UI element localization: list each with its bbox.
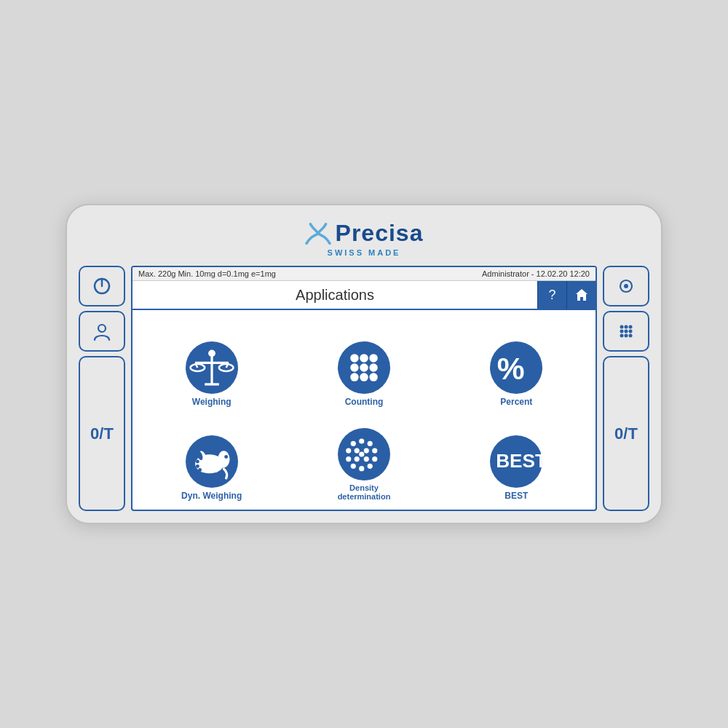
weighing-label: Weighing — [192, 397, 232, 407]
power-button[interactable] — [79, 266, 125, 306]
svg-point-13 — [369, 354, 377, 362]
left-buttons: 0/T — [79, 266, 125, 511]
svg-point-29 — [351, 441, 356, 446]
counting-label: Counting — [345, 397, 384, 407]
print-icon — [616, 276, 636, 296]
svg-point-36 — [351, 464, 356, 469]
svg-point-2 — [98, 325, 106, 332]
svg-text:%: % — [497, 351, 525, 386]
grid-icon — [616, 321, 636, 341]
svg-text:BEST: BEST — [496, 450, 542, 472]
svg-point-31 — [368, 441, 373, 446]
app-best[interactable]: BEST BEST — [443, 413, 590, 501]
app-percent[interactable]: % Percent — [443, 319, 590, 407]
user-icon — [92, 321, 112, 341]
svg-point-17 — [350, 373, 358, 381]
counting-circle — [338, 341, 390, 394]
zero-tare-right-button[interactable]: 0/T — [603, 356, 649, 511]
svg-point-30 — [359, 438, 364, 443]
svg-point-19 — [369, 373, 377, 381]
screen-header-bar: Max. 220g Min. 10mg d=0.1mg e=1mg Admini… — [132, 267, 596, 281]
density-icon — [338, 428, 390, 480]
main-row: 0/T Max. 220g Min. 10mg d=0.1mg e=1mg Ad… — [79, 266, 649, 511]
svg-point-12 — [360, 354, 368, 362]
weighing-icon — [186, 341, 238, 394]
svg-point-34 — [368, 464, 373, 469]
svg-point-51 — [625, 330, 628, 333]
counting-icon — [338, 341, 390, 394]
tagline: SWISS MADE — [328, 248, 401, 257]
spec-text: Max. 220g Min. 10mg d=0.1mg e=1mg — [138, 269, 276, 278]
svg-point-33 — [372, 456, 377, 462]
print-button[interactable] — [603, 266, 649, 306]
best-label: BEST — [505, 491, 528, 501]
app-dyn-weighing[interactable]: Dyn. Weighing — [138, 413, 285, 501]
svg-point-7 — [218, 364, 233, 371]
precisa-logo-icon — [305, 223, 331, 245]
grid-button[interactable] — [603, 311, 649, 352]
svg-point-39 — [355, 448, 360, 453]
zero-tare-left-button[interactable]: 0/T — [79, 356, 125, 511]
svg-point-48 — [625, 325, 628, 329]
best-circle: BEST — [490, 435, 542, 488]
screen-title-actions: ? — [537, 281, 596, 309]
svg-point-42 — [355, 456, 360, 462]
svg-point-35 — [359, 466, 364, 471]
svg-point-23 — [224, 455, 228, 459]
screen: Max. 220g Min. 10mg d=0.1mg e=1mg Admini… — [131, 266, 597, 511]
percent-label: Percent — [500, 397, 532, 407]
brand-name: Precisa — [336, 220, 424, 247]
svg-point-50 — [620, 330, 624, 333]
svg-point-53 — [620, 334, 624, 338]
svg-point-40 — [364, 448, 369, 453]
screen-title-bar: Applications ? — [132, 281, 596, 310]
svg-point-27 — [198, 468, 202, 472]
best-icon: BEST — [490, 435, 542, 488]
svg-point-16 — [369, 363, 377, 371]
svg-point-55 — [629, 334, 633, 338]
weighing-circle — [186, 341, 238, 394]
percent-circle: % — [490, 341, 542, 394]
svg-point-6 — [190, 364, 205, 371]
screen-title: Applications — [132, 282, 537, 308]
dyn-weighing-label: Dyn. Weighing — [181, 491, 242, 501]
app-counting[interactable]: Counting — [290, 319, 437, 407]
svg-point-49 — [629, 325, 633, 329]
svg-point-14 — [350, 363, 358, 371]
density-label: Densitydetermination — [338, 483, 391, 501]
power-icon — [92, 276, 112, 296]
svg-point-22 — [218, 451, 229, 467]
svg-point-11 — [350, 354, 358, 362]
user-date-text: Administrator - 12.02.20 12:20 — [482, 269, 590, 278]
svg-point-37 — [346, 456, 351, 462]
svg-point-28 — [196, 460, 199, 464]
svg-point-52 — [629, 330, 633, 333]
svg-point-15 — [360, 363, 368, 371]
home-button[interactable] — [566, 281, 596, 309]
right-buttons: 0/T — [603, 266, 649, 511]
svg-point-54 — [625, 334, 628, 338]
dyn-weighing-icon — [186, 435, 238, 488]
app-density[interactable]: Densitydetermination — [290, 413, 437, 501]
app-weighing[interactable]: Weighing — [138, 319, 285, 407]
help-button[interactable]: ? — [537, 281, 566, 309]
svg-point-43 — [364, 456, 369, 462]
svg-point-47 — [620, 325, 624, 329]
home-icon — [574, 288, 589, 302]
density-circle — [338, 428, 390, 480]
svg-point-26 — [196, 464, 199, 468]
percent-icon: % — [490, 341, 542, 394]
logo-area: Precisa SWISS MADE — [305, 220, 424, 257]
svg-point-46 — [624, 284, 628, 288]
user-button[interactable] — [79, 311, 125, 352]
svg-point-41 — [359, 451, 364, 456]
svg-point-18 — [360, 373, 368, 381]
apps-grid: Weighing — [132, 310, 596, 510]
svg-point-32 — [372, 448, 377, 453]
svg-point-38 — [346, 448, 351, 453]
dyn-weighing-circle — [186, 435, 238, 488]
device-body: Precisa SWISS MADE 0/T — [66, 204, 662, 524]
